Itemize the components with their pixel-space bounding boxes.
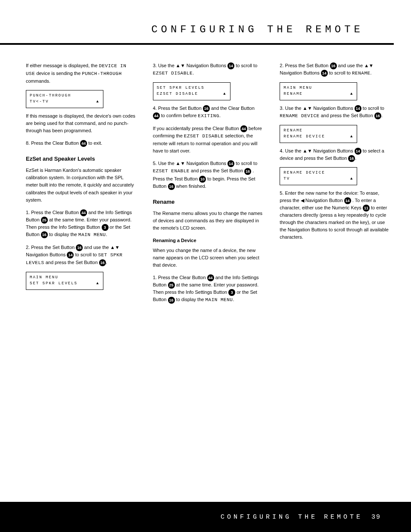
page-footer: CONFIGURING THE REMOTE 39 [0, 502, 411, 532]
lcd-display: MAIN MENU RENAME ▲ [280, 82, 357, 100]
paragraph: The Rename menu allows you to change the… [153, 210, 263, 232]
button-badge: 25 [41, 217, 48, 224]
lcd-line: TV [283, 176, 353, 182]
paragraph: If you accidentally press the Clear Butt… [153, 125, 263, 155]
page-number: 39 [371, 513, 381, 521]
button-badge: 16 [99, 259, 106, 266]
lcd-line: EZSET DISABLE [157, 91, 227, 97]
paragraph: 2. Press the Set Button 16 and use the ▲… [280, 62, 389, 77]
button-badge: 16 [330, 62, 337, 69]
paragraph: 4. Use the ▲▼ Navigation Buttons 14 to s… [280, 147, 389, 162]
up-arrow-icon: ▲ [223, 91, 226, 97]
button-badge: 16 [168, 297, 175, 304]
up-arrow-icon: ▲ [97, 99, 100, 105]
button-badge: 16 [203, 105, 210, 112]
content-area: If either message is displayed, the DEVI… [0, 45, 411, 309]
paragraph: 3. Use the ▲▼ Navigation Buttons 14 to s… [153, 62, 263, 77]
button-badge: 10 [199, 176, 206, 183]
button-badge: 14 [227, 62, 234, 69]
column-1: If either message is displayed, the DEVI… [26, 62, 136, 309]
button-badge: 44 [80, 209, 87, 216]
paragraph: 2. Press the Set Button 16 and use the ▲… [26, 244, 136, 267]
paragraph: EzSet is Harman Kardon's automatic speak… [26, 167, 136, 203]
button-badge: 3 [228, 289, 235, 296]
section-heading: EzSet and Speaker Levels [26, 155, 136, 163]
up-arrow-icon: ▲ [350, 134, 353, 140]
footer-title: CONFIGURING THE REMOTE [221, 513, 363, 521]
lcd-line: PUNCH-THROUGH [30, 93, 100, 99]
up-arrow-icon: ▲ [350, 176, 353, 182]
lcd-display: SET SPKR LEVELS EZSET DISABLE ▲ [153, 82, 230, 100]
button-badge: 44 [80, 140, 87, 147]
paragraph: 5. Use the ▲▼ Navigation Buttons 14 to s… [153, 160, 263, 190]
page-header: CONFIGURING THE REMOTE [0, 0, 394, 45]
button-badge: 16 [374, 112, 381, 119]
column-3: 2. Press the Set Button 16 and use the ▲… [280, 62, 389, 309]
button-badge: 14 [355, 148, 361, 155]
button-badge: 16 [348, 155, 355, 162]
button-badge: 3 [102, 224, 109, 231]
section-heading: Rename [153, 198, 263, 206]
header-title: CONFIGURING THE REMOTE [151, 24, 364, 35]
up-arrow-icon: ▲ [97, 281, 100, 287]
button-badge: 16 [244, 168, 251, 175]
lcd-line: TV<-TV [30, 99, 100, 105]
column-2: 3. Use the ▲▼ Navigation Buttons 14 to s… [153, 62, 263, 309]
button-badge: 14 [355, 105, 361, 112]
lcd-display: PUNCH-THROUGH TV<-TV ▲ [26, 90, 103, 108]
paragraph: When you change the name of a device, th… [153, 247, 263, 269]
subsection-heading: Renaming a Device [153, 237, 263, 244]
lcd-display: MAIN MENU SET SPKR LEVELS ▲ [26, 272, 103, 290]
paragraph: 8. Press the Clear Button 44 to exit. [26, 140, 136, 147]
up-arrow-icon: ▲ [350, 91, 353, 97]
lcd-line: MAIN MENU [283, 85, 353, 91]
lcd-line: MAIN MENU [30, 275, 100, 281]
button-badge: 16 [41, 231, 48, 238]
paragraph: If either message is displayed, the DEVI… [26, 62, 136, 85]
lcd-line: RENAME [283, 128, 353, 134]
button-badge: 14 [321, 70, 328, 77]
button-badge: 14 [227, 160, 234, 167]
button-badge: 44 [153, 112, 160, 119]
paragraph: If this message is displayed, the device… [26, 112, 136, 134]
button-badge: 44 [207, 274, 214, 281]
paragraph: 1. Press the Clear Button 44 and the Inf… [153, 274, 263, 304]
lcd-line: RENAME [283, 91, 353, 97]
lcd-display: RENAME DEVICE TV ▲ [280, 167, 357, 185]
paragraph: 1. Press the Clear Button 44 and the Inf… [26, 209, 136, 239]
lcd-display: RENAME RENAME DEVICE ▲ [280, 125, 357, 143]
button-badge: 14 [344, 197, 351, 204]
button-badge: 11 [363, 205, 370, 212]
button-badge: 16 [168, 183, 175, 190]
button-badge: 16 [76, 244, 83, 251]
paragraph: 5. Enter the new name for the device: To… [280, 190, 389, 241]
button-badge: 25 [168, 282, 175, 289]
paragraph: 3. Use the ▲▼ Navigation Buttons 14 to s… [280, 105, 389, 120]
lcd-line: SET SPKR LEVELS [30, 281, 100, 287]
lcd-line: SET SPKR LEVELS [157, 85, 227, 91]
button-badge: 44 [240, 125, 247, 132]
lcd-line: RENAME DEVICE [283, 134, 353, 140]
paragraph: 4. Press the Set Button 16 and the Clear… [153, 105, 263, 120]
button-badge: 14 [67, 252, 74, 258]
lcd-line: RENAME DEVICE [283, 170, 353, 176]
